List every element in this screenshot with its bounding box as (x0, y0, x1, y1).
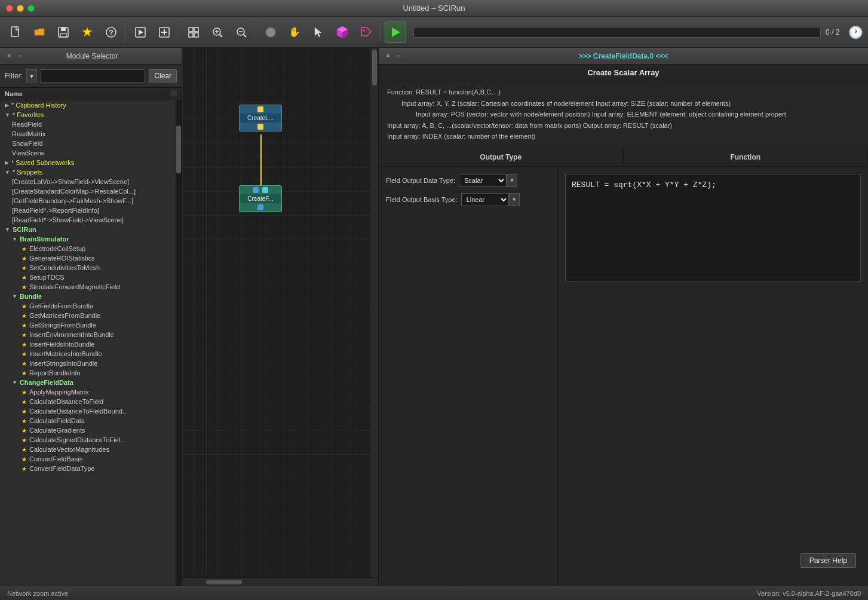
status-right-text: Version: v5.0-alpha.AF-2-gaa470d0 (757, 590, 861, 597)
tree-item-changefielddata[interactable]: ▼ ChangeFieldData (0, 378, 182, 387)
right-panel-collapse-icon[interactable]: ○ (394, 52, 403, 60)
window-controls[interactable] (6, 5, 35, 12)
tree-item-convertfielddatatype[interactable]: ★ ConvertFieldDataType (0, 464, 182, 473)
zoom-in-icon[interactable] (207, 22, 228, 43)
right-panel-close-icon[interactable]: ✕ (384, 52, 392, 60)
tree-item-getstringsfrombundle[interactable]: ★ GetStringsFromBundle (0, 320, 182, 330)
port-yellow-bottom-1[interactable] (257, 124, 263, 130)
filter-input[interactable] (41, 69, 145, 82)
tree-item-setconductivitiestomesh[interactable]: ★ SetCondutivitiesToMesh (0, 263, 182, 273)
save-icon[interactable] (53, 22, 74, 43)
field-output-basis-type-select[interactable]: Linear Constant None (461, 193, 509, 206)
tree-scrollbar-thumb[interactable] (176, 125, 181, 173)
field-output-basis-type-label: Field Output Basis Type: (386, 196, 458, 203)
tree-item-snippet-1[interactable]: [CreateLatVol->ShowField->ViewScene] (0, 177, 182, 186)
pan-icon[interactable]: ✋ (284, 22, 305, 43)
tree-item-insertenvironmentintobundle[interactable]: ★ InsertEnvironmentIntoBundle (0, 330, 182, 339)
canvas-scrollbar-vertical[interactable] (370, 48, 378, 577)
tree-item-reportbundleinfo[interactable]: ★ ReportBundleInfo (0, 368, 182, 378)
tree-item-scirun[interactable]: ▼ SCIRun (0, 225, 182, 234)
separator-1 (125, 23, 126, 41)
port-yellow-top-1[interactable] (257, 106, 263, 112)
module-ports-bottom-1 (240, 123, 281, 131)
canvas-scrollbar-horizontal[interactable] (182, 577, 378, 586)
open-folder-icon[interactable] (29, 22, 50, 43)
filter-dropdown[interactable]: ▼ (26, 69, 37, 82)
tree-item-favorites[interactable]: ▼ * Favorites (0, 110, 182, 120)
tree-item-snippet-3[interactable]: [GetFieldBoundary->FairMesh->ShowF...] (0, 196, 182, 206)
tree-item-electrodecoilsetup[interactable]: ★ ElectrodeCoilSetup (0, 244, 182, 253)
tree-item-calculatevectormagnitudes[interactable]: ★ CalculateVectorMagnitudes (0, 445, 182, 454)
maximize-button[interactable] (27, 5, 35, 12)
tree-column-header: Name (5, 90, 23, 97)
tree-item-setuptdcs[interactable]: ★ SetupTDCS (0, 273, 182, 282)
minimize-button[interactable] (17, 5, 24, 12)
help-icon[interactable]: ? (100, 22, 122, 43)
module-node-1[interactable]: CreateL... (239, 105, 282, 131)
tree-item-calculategradients[interactable]: ★ CalculateGradients (0, 425, 182, 435)
clear-button[interactable]: Clear (149, 69, 177, 82)
svg-rect-12 (194, 27, 198, 32)
svg-marker-4 (82, 27, 92, 36)
port-blue-top-2[interactable] (253, 187, 259, 193)
bookmark-star-icon[interactable] (76, 22, 98, 43)
tree-item-readfield[interactable]: ReadField (0, 120, 182, 129)
svg-rect-0 (11, 27, 19, 36)
tree-item-snippet-2[interactable]: [CreateStandardColorMap->RescaleCol...] (0, 186, 182, 196)
tree-item-calculatedistancetofieldbound[interactable]: ★ CalculateDistanceToFieldBound... (0, 406, 182, 416)
tree-scrollbar[interactable] (176, 100, 182, 586)
function-display-area[interactable]: RESULT = sqrt(X*X + Y*Y + Z*Z); (565, 174, 861, 281)
tree-item-brainstimulator[interactable]: ▼ BrainStimulator (0, 234, 182, 244)
canvas-background[interactable]: CreateL... CreateF... (182, 48, 378, 586)
stop-icon[interactable] (260, 22, 281, 43)
field-output-data-type-select[interactable]: Scalar Vector Tensor (459, 174, 507, 187)
tree-item-applymappingmatrix[interactable]: ★ ApplyMappingMatrix (0, 387, 182, 397)
tree-item-calculatefielddata[interactable]: ★ CalculateFieldData (0, 416, 182, 425)
tree-item-saved-subnetworks[interactable]: ▶ * Saved Subnetworks (0, 158, 182, 167)
tree-item-insertmatricesintobundle[interactable]: ★ InsertMatricesIntoBundle (0, 349, 182, 359)
tree-item-getfieldfrombundle[interactable]: ★ GetFieldsFromBundle (0, 301, 182, 311)
tree-item-snippet-4[interactable]: [ReadField*->ReportFieldInfo] (0, 206, 182, 215)
tree-item-getmatriciesfrombundle[interactable]: ★ GetMatricesFromBundle (0, 311, 182, 320)
tree-item-readmatrix[interactable]: ReadMatrix (0, 129, 182, 139)
module-tree[interactable]: ▶ * Clipboard History ▼ * Favorites Read… (0, 100, 182, 586)
panel-collapse-icon[interactable]: ○ (16, 52, 24, 60)
canvas-vscroll-thumb[interactable] (372, 50, 377, 85)
panel-close-icon[interactable]: ✕ (5, 52, 13, 60)
field-data-type-dropdown-arrow[interactable]: ▼ (507, 174, 517, 187)
canvas-panel[interactable]: CreateL... CreateF... (182, 48, 378, 586)
field-basis-type-dropdown-arrow[interactable]: ▼ (509, 193, 520, 206)
module-selector-title: Module Selector (66, 52, 118, 60)
tree-item-insertfieldsintobundle[interactable]: ★ InsertFieldsIntoBundle (0, 339, 182, 349)
tree-item-calculatedistancetofiled[interactable]: ★ CalculateDistanceToField (0, 397, 182, 406)
tree-item-clipboard-history[interactable]: ▶ * Clipboard History (0, 100, 182, 110)
module-node-2[interactable]: CreateF... (239, 185, 282, 212)
canvas-hscroll-thumb[interactable] (206, 580, 242, 584)
tree-item-simulateforwardmagneticfield[interactable]: ★ SimulateForwardMagneticField (0, 282, 182, 292)
tree-item-convertfieldbasis[interactable]: ★ ConvertFieldBasis (0, 454, 182, 464)
svg-text:✋: ✋ (289, 26, 300, 38)
tree-item-generateroistatistics[interactable]: ★ GenerateROIStatistics (0, 253, 182, 263)
grid-icon[interactable] (183, 22, 204, 43)
tree-item-snippets[interactable]: ▼ * Snippets (0, 167, 182, 177)
tree-item-showfield[interactable]: ShowField (0, 139, 182, 148)
zoom-out-icon[interactable] (231, 22, 252, 43)
tag-icon[interactable] (355, 22, 377, 43)
module-ports-top-1 (240, 105, 281, 114)
execute-module-icon[interactable] (130, 22, 151, 43)
port-cyan-top-2[interactable] (262, 187, 268, 193)
tree-item-snippet-5[interactable]: [ReadField*->ShowField->ViewScene] (0, 215, 182, 225)
scroll-right-btn[interactable] (171, 90, 177, 98)
parser-help-button[interactable]: Parser Help (800, 553, 856, 568)
tree-item-viewscene[interactable]: ViewScene (0, 148, 182, 158)
close-button[interactable] (6, 5, 13, 12)
tree-item-bundle[interactable]: ▼ Bundle (0, 292, 182, 301)
tree-item-calculatesigneddistancetofiel[interactable]: ★ CalculateSignedDistanceToFiel... (0, 435, 182, 445)
new-file-icon[interactable] (5, 22, 26, 43)
tree-item-insertstringsintobundle[interactable]: ★ InsertStringsIntoBundle (0, 359, 182, 368)
add-module-icon[interactable] (154, 22, 175, 43)
play-icon[interactable] (385, 22, 406, 43)
port-blue-bottom-2[interactable] (257, 204, 263, 210)
select-icon[interactable] (308, 22, 329, 43)
3d-cube-icon[interactable] (332, 22, 353, 43)
